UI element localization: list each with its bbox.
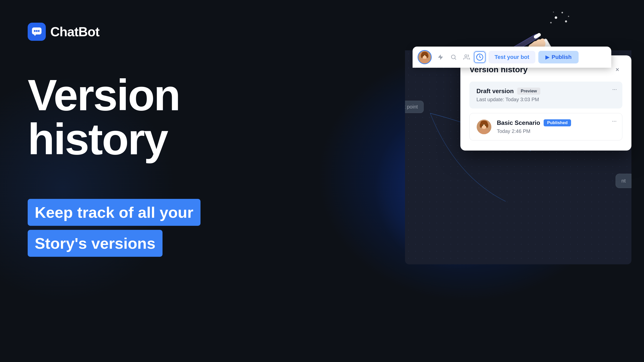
svg-point-23 (421, 54, 423, 58)
draft-version-name: Draft version (476, 88, 514, 95)
brand-name: ChatBot (50, 24, 99, 39)
svg-point-1 (34, 30, 36, 32)
svg-point-24 (426, 54, 428, 58)
svg-point-36 (486, 123, 488, 128)
edge-button-bottom[interactable]: nt (616, 174, 631, 188)
subtitle-area: Keep track of all your Story's versions (28, 199, 200, 261)
draft-name-row: Draft version Preview (476, 88, 615, 95)
svg-point-17 (568, 16, 569, 17)
headline-area: Version history (28, 73, 180, 161)
svg-point-37 (482, 124, 483, 126)
clock-icon-btn[interactable] (474, 51, 486, 63)
draft-version-time: Last update: Today 3:03 PM (476, 97, 615, 102)
published-dots-menu[interactable]: ··· (612, 118, 617, 124)
svg-point-29 (465, 55, 467, 57)
subtitle-box-1: Keep track of all your (28, 199, 200, 226)
svg-rect-6 (533, 32, 541, 39)
subtitle-line2: Story's versions (35, 235, 155, 252)
svg-point-8 (531, 40, 539, 47)
publish-button[interactable]: ▶ Publish (538, 51, 579, 63)
svg-point-14 (561, 12, 563, 13)
published-version-name: Basic Scenario (497, 119, 540, 126)
toolbar-icons (435, 51, 486, 63)
preview-badge: Preview (517, 88, 540, 95)
svg-point-16 (550, 22, 552, 23)
toolbar: Test your bot ▶ Publish (413, 47, 611, 68)
subtitle-box-2: Story's versions (28, 230, 163, 257)
svg-point-10 (539, 38, 545, 44)
svg-point-15 (565, 20, 567, 22)
published-version-time: Today 2:46 PM (497, 128, 615, 134)
svg-point-13 (555, 16, 557, 19)
svg-point-27 (451, 55, 455, 59)
logo-icon (28, 23, 46, 41)
people-icon-btn[interactable] (461, 51, 472, 63)
start-point-node: start point (405, 101, 424, 113)
published-badge: Published (544, 119, 571, 126)
headline-line2: history (28, 117, 180, 161)
search-icon-btn[interactable] (448, 51, 459, 63)
logo-area: ChatBot (28, 23, 99, 41)
headline-line1: Version (28, 73, 180, 117)
svg-point-26 (425, 55, 426, 56)
svg-point-9 (535, 38, 542, 45)
publish-label: Publish (552, 54, 572, 60)
svg-point-3 (38, 30, 40, 32)
svg-line-28 (455, 58, 456, 60)
version-history-panel: Version history × ··· Draft version Prev… (460, 55, 631, 151)
subtitle-line1: Keep track of all your (35, 204, 193, 221)
avatar-image (418, 51, 431, 63)
start-point-label: start point (405, 104, 418, 110)
svg-point-38 (485, 124, 486, 126)
test-bot-button[interactable]: Test your bot (489, 51, 535, 63)
svg-point-18 (553, 12, 554, 13)
lightning-icon-btn[interactable] (435, 51, 446, 63)
publish-arrow-icon: ▶ (545, 54, 549, 60)
svg-point-2 (36, 30, 38, 32)
svg-point-25 (423, 55, 424, 56)
draft-dots-menu[interactable]: ··· (612, 86, 617, 93)
user-avatar (418, 50, 432, 64)
chatbot-logo-svg (31, 26, 43, 38)
published-version-info: Basic Scenario Published Today 2:46 PM (497, 119, 615, 134)
published-name-row: Basic Scenario Published (497, 119, 615, 126)
svg-point-35 (480, 123, 482, 128)
version-item-published: ··· Basic Scenario Published Today 2:46 … (469, 113, 622, 140)
version-item-draft: ··· Draft version Preview Last update: T… (469, 82, 622, 108)
close-panel-button[interactable]: × (612, 64, 622, 75)
published-version-avatar (477, 120, 491, 134)
